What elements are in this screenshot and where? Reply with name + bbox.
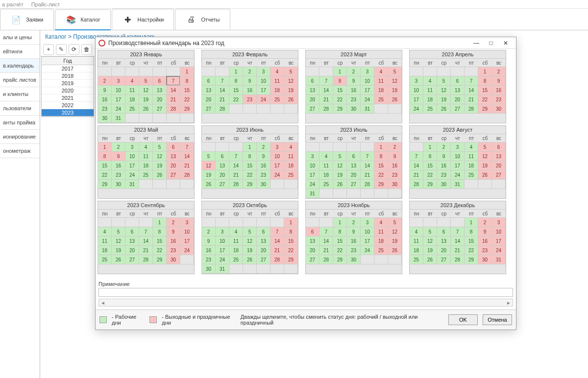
day-cell[interactable]: 16 <box>388 161 402 170</box>
edit-button[interactable]: ✎ <box>56 44 67 55</box>
day-cell[interactable]: 27 <box>201 104 216 114</box>
day-cell[interactable]: 27 <box>305 104 319 114</box>
day-cell[interactable]: 16 <box>98 94 112 104</box>
day-cell[interactable]: 21 <box>139 245 153 255</box>
day-cell[interactable]: 24 <box>270 170 284 180</box>
day-cell[interactable]: 4 <box>423 76 437 86</box>
day-cell[interactable]: 8 <box>374 151 388 161</box>
day-cell[interactable]: 20 <box>305 94 319 104</box>
day-cell[interactable]: 14 <box>409 161 423 170</box>
day-cell[interactable]: 28 <box>215 104 229 114</box>
day-cell[interactable]: 9 <box>491 76 506 86</box>
day-cell[interactable]: 30 <box>201 264 216 274</box>
day-cell[interactable]: 9 <box>98 85 112 95</box>
day-cell[interactable]: 17 <box>305 170 319 180</box>
day-cell[interactable]: 14 <box>464 85 478 95</box>
day-cell[interactable]: 24 <box>256 94 270 104</box>
day-cell[interactable]: 21 <box>180 161 194 170</box>
day-cell[interactable]: 31 <box>125 179 139 189</box>
day-cell[interactable]: 14 <box>360 161 374 170</box>
day-cell[interactable]: 24 <box>180 245 194 255</box>
day-cell[interactable]: 24 <box>215 255 229 264</box>
day-cell[interactable]: 22 <box>464 245 478 255</box>
scroll-right-icon[interactable]: ► <box>505 300 513 306</box>
day-cell[interactable]: 17 <box>215 245 229 255</box>
day-cell[interactable]: 19 <box>478 161 492 170</box>
day-cell[interactable]: 22 <box>333 245 347 255</box>
horizontal-scrollbar[interactable]: ◄ ► <box>98 299 513 307</box>
day-cell[interactable]: 9 <box>346 227 361 236</box>
day-cell[interactable]: 11 <box>139 151 153 161</box>
day-cell[interactable]: 13 <box>346 161 361 170</box>
day-cell[interactable]: 8 <box>423 151 437 161</box>
day-cell[interactable]: 25 <box>284 170 298 180</box>
day-cell[interactable]: 1 <box>152 217 167 227</box>
main-tab[interactable]: 🖨Отчеты <box>175 9 230 30</box>
day-cell[interactable]: 18 <box>98 245 112 255</box>
day-cell[interactable]: 30 <box>437 179 451 189</box>
day-cell[interactable]: 2 <box>98 76 112 86</box>
day-cell[interactable]: 23 <box>478 245 492 255</box>
day-cell[interactable]: 23 <box>98 104 112 114</box>
close-button[interactable]: ✕ <box>498 38 513 48</box>
day-cell[interactable]: 17 <box>450 161 465 170</box>
day-cell[interactable]: 8 <box>478 76 492 86</box>
ok-button[interactable]: OK <box>448 314 478 325</box>
day-cell[interactable]: 13 <box>152 85 167 95</box>
main-tab[interactable]: 📄Заявки <box>0 9 54 30</box>
day-cell[interactable]: 1 <box>333 67 347 76</box>
day-cell[interactable]: 20 <box>125 245 139 255</box>
day-cell[interactable]: 3 <box>360 217 374 227</box>
day-cell[interactable]: 2 <box>491 67 506 76</box>
day-cell[interactable]: 19 <box>152 161 167 170</box>
day-cell[interactable]: 6 <box>305 227 319 236</box>
day-cell[interactable]: 14 <box>319 236 333 246</box>
day-cell[interactable]: 2 <box>243 67 257 76</box>
day-cell[interactable]: 5 <box>284 67 298 76</box>
day-cell[interactable]: 27 <box>166 170 180 180</box>
day-cell[interactable]: 11 <box>374 227 388 236</box>
day-cell[interactable]: 15 <box>374 161 388 170</box>
day-cell[interactable]: 1 <box>374 142 388 152</box>
note-input[interactable] <box>98 288 513 297</box>
day-cell[interactable]: 14 <box>319 85 333 95</box>
day-cell[interactable]: 7 <box>229 151 243 161</box>
day-cell[interactable]: 29 <box>180 104 194 114</box>
day-cell[interactable]: 17 <box>180 236 194 246</box>
day-cell[interactable]: 16 <box>478 236 492 246</box>
year-item[interactable]: 2022 <box>42 102 94 109</box>
day-cell[interactable]: 1 <box>478 67 492 76</box>
day-cell[interactable]: 20 <box>450 94 465 104</box>
day-cell[interactable]: 8 <box>98 151 112 161</box>
day-cell[interactable]: 11 <box>229 236 243 246</box>
day-cell[interactable]: 19 <box>243 245 257 255</box>
day-cell[interactable]: 7 <box>464 76 478 86</box>
day-cell[interactable]: 22 <box>243 170 257 180</box>
day-cell[interactable]: 7 <box>319 227 333 236</box>
day-cell[interactable]: 7 <box>139 227 153 236</box>
day-cell[interactable]: 26 <box>201 179 216 189</box>
day-cell[interactable]: 16 <box>346 236 361 246</box>
day-cell[interactable]: 1 <box>333 217 347 227</box>
day-cell[interactable]: 4 <box>229 227 243 236</box>
day-cell[interactable]: 27 <box>215 179 229 189</box>
day-cell[interactable]: 22 <box>374 170 388 180</box>
day-cell[interactable]: 11 <box>374 76 388 86</box>
day-cell[interactable]: 19 <box>333 170 347 180</box>
day-cell[interactable]: 1 <box>423 142 437 152</box>
day-cell[interactable]: 12 <box>111 236 125 246</box>
day-cell[interactable]: 9 <box>256 151 270 161</box>
day-cell[interactable]: 9 <box>346 76 361 86</box>
day-cell[interactable]: 19 <box>139 94 153 104</box>
day-cell[interactable]: 12 <box>388 227 402 236</box>
day-cell[interactable]: 4 <box>125 76 139 86</box>
day-cell[interactable]: 28 <box>139 255 153 264</box>
day-cell[interactable]: 22 <box>180 94 194 104</box>
day-cell[interactable]: 18 <box>374 85 388 95</box>
day-cell[interactable]: 23 <box>256 170 270 180</box>
day-cell[interactable]: 14 <box>166 85 180 95</box>
day-cell[interactable]: 21 <box>360 170 374 180</box>
day-cell[interactable]: 12 <box>333 161 347 170</box>
year-item[interactable]: 2020 <box>42 87 94 94</box>
scroll-left-icon[interactable]: ◄ <box>99 300 107 306</box>
